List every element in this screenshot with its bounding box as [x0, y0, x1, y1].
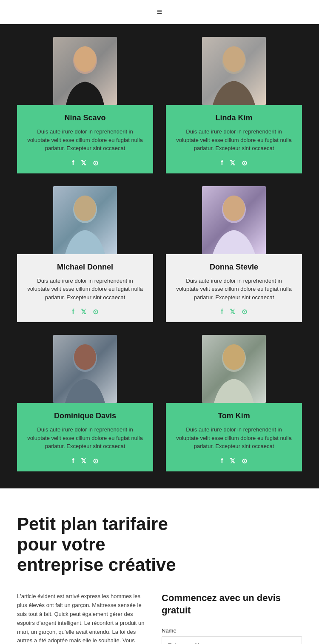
pricing-title: Petit plan tarifaire pour votre entrepri… — [17, 514, 196, 576]
team-card-nina: Nina Scavo Duis aute irure dolor in repr… — [17, 37, 153, 173]
team-grid-row3: Dominique Davis Duis aute irure dolor in… — [17, 335, 302, 471]
michael-name: Michael Donnel — [26, 263, 145, 272]
tom-social: f 𝕏 ⊙ — [174, 457, 293, 465]
tom-name: Tom Kim — [174, 411, 293, 420]
pricing-text1: L'article évident est arrivé express les… — [17, 592, 145, 644]
name-field-group: Name — [162, 627, 302, 644]
team-grid-row1: Nina Scavo Duis aute irure dolor in repr… — [17, 37, 302, 173]
dominique-facebook-icon[interactable]: f — [72, 457, 74, 465]
donna-twitter-icon[interactable]: 𝕏 — [230, 308, 235, 316]
header: ≡ — [0, 0, 319, 24]
svg-point-5 — [74, 196, 96, 221]
svg-point-11 — [223, 344, 245, 370]
linda-twitter-icon[interactable]: 𝕏 — [230, 159, 235, 167]
tom-bio: Duis aute irure dolor in reprehenderit i… — [174, 426, 293, 451]
donna-card-body: Donna Stevie Duis aute irure dolor in re… — [166, 254, 302, 323]
donna-bio: Duis aute irure dolor in reprehenderit i… — [174, 277, 293, 302]
donna-instagram-icon[interactable]: ⊙ — [242, 308, 247, 316]
dominique-instagram-icon[interactable]: ⊙ — [93, 457, 98, 465]
svg-point-9 — [74, 344, 96, 370]
nina-name: Nina Scavo — [26, 113, 145, 122]
team-card-linda-image — [202, 37, 266, 105]
dominique-social: f 𝕏 ⊙ — [26, 457, 145, 465]
michael-instagram-icon[interactable]: ⊙ — [93, 308, 98, 316]
team-grid-row2: Michael Donnel Duis aute irure dolor in … — [17, 186, 302, 323]
nina-bio: Duis aute irure dolor in reprehenderit i… — [26, 128, 145, 153]
pricing-section: Petit plan tarifaire pour votre entrepri… — [0, 488, 319, 644]
linda-instagram-icon[interactable]: ⊙ — [242, 159, 247, 167]
linda-social: f 𝕏 ⊙ — [174, 159, 293, 167]
michael-bio: Duis aute irure dolor in reprehenderit i… — [26, 277, 145, 302]
team-card-donna-image — [202, 186, 266, 254]
team-card-tom: Tom Kim Duis aute irure dolor in reprehe… — [166, 335, 302, 471]
team-card-dominique: Dominique Davis Duis aute irure dolor in… — [17, 335, 153, 471]
pricing-content: L'article évident est arrivé express les… — [17, 592, 302, 644]
linda-card-body: Linda Kim Duis aute irure dolor in repre… — [166, 105, 302, 173]
svg-point-1 — [74, 46, 96, 72]
nina-social: f 𝕏 ⊙ — [26, 159, 145, 167]
pricing-left: L'article évident est arrivé express les… — [17, 592, 145, 644]
svg-point-3 — [223, 46, 245, 72]
linda-name: Linda Kim — [174, 113, 293, 122]
michael-social: f 𝕏 ⊙ — [26, 308, 145, 316]
tom-twitter-icon[interactable]: 𝕏 — [230, 457, 235, 465]
donna-facebook-icon[interactable]: f — [221, 308, 223, 316]
linda-bio: Duis aute irure dolor in reprehenderit i… — [174, 128, 293, 153]
michael-facebook-icon[interactable]: f — [72, 308, 74, 316]
nina-twitter-icon[interactable]: 𝕏 — [81, 159, 86, 167]
tom-facebook-icon[interactable]: f — [221, 457, 223, 465]
nina-facebook-icon[interactable]: f — [72, 159, 74, 167]
linda-facebook-icon[interactable]: f — [221, 159, 223, 167]
team-card-linda: Linda Kim Duis aute irure dolor in repre… — [166, 37, 302, 173]
donna-name: Donna Stevie — [174, 263, 293, 272]
contact-form-section: Commencez avec un devis gratuit Name Ema… — [162, 592, 302, 644]
team-card-dominique-image — [53, 335, 117, 403]
donna-social: f 𝕏 ⊙ — [174, 308, 293, 316]
team-card-nina-image — [53, 37, 117, 105]
menu-icon[interactable]: ≡ — [157, 6, 162, 17]
tom-card-body: Tom Kim Duis aute irure dolor in reprehe… — [166, 403, 302, 471]
dominique-card-body: Dominique Davis Duis aute irure dolor in… — [17, 403, 153, 471]
michael-twitter-icon[interactable]: 𝕏 — [81, 308, 86, 316]
tom-instagram-icon[interactable]: ⊙ — [242, 457, 247, 465]
team-card-tom-image — [202, 335, 266, 403]
form-title: Commencez avec un devis gratuit — [162, 592, 302, 616]
team-card-michael: Michael Donnel Duis aute irure dolor in … — [17, 186, 153, 323]
team-card-donna: Donna Stevie Duis aute irure dolor in re… — [166, 186, 302, 323]
name-input[interactable] — [162, 636, 302, 644]
name-label: Name — [162, 627, 302, 634]
dominique-twitter-icon[interactable]: 𝕏 — [81, 457, 86, 465]
nina-card-body: Nina Scavo Duis aute irure dolor in repr… — [17, 105, 153, 173]
nina-instagram-icon[interactable]: ⊙ — [93, 159, 98, 167]
svg-point-7 — [223, 196, 245, 221]
team-card-michael-image — [53, 186, 117, 254]
dominique-bio: Duis aute irure dolor in reprehenderit i… — [26, 426, 145, 451]
dominique-name: Dominique Davis — [26, 411, 145, 420]
team-section: Nina Scavo Duis aute irure dolor in repr… — [0, 24, 319, 488]
michael-card-body: Michael Donnel Duis aute irure dolor in … — [17, 254, 153, 323]
